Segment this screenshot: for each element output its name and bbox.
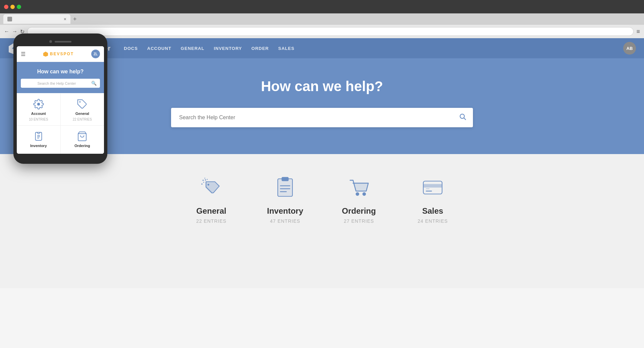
category-sales[interactable]: Sales 24 ENTRIES — [406, 174, 460, 224]
phone-cat-account-entries: 10 ENTRIES — [29, 118, 48, 121]
phone-cart-icon — [77, 131, 88, 142]
sales-category-name: Sales — [422, 206, 443, 216]
phone-notch — [17, 40, 104, 43]
svg-point-25 — [363, 192, 366, 196]
main-content: ☰ BEVSPOT ZL How can we help? Search the… — [0, 154, 644, 288]
tab-bar: × + — [0, 13, 644, 25]
general-category-name: General — [196, 206, 226, 216]
svg-point-5 — [79, 101, 81, 102]
close-window-button[interactable] — [4, 5, 8, 9]
svg-point-17 — [201, 184, 203, 185]
categories-row: General 22 ENTRIES Inventory 47 ENTRIES — [138, 174, 506, 224]
address-input[interactable] — [27, 27, 634, 36]
maximize-window-button[interactable] — [17, 5, 21, 9]
search-input[interactable] — [171, 108, 473, 127]
phone-user-avatar[interactable]: ZL — [91, 50, 100, 58]
minimize-window-button[interactable] — [10, 5, 15, 9]
category-general[interactable]: General 22 ENTRIES — [184, 174, 238, 224]
svg-point-13 — [203, 182, 204, 183]
tab-close-icon[interactable]: × — [64, 16, 66, 22]
browser-chrome — [0, 0, 644, 13]
phone-cat-general[interactable]: General 22 ENTRIES — [61, 93, 104, 125]
svg-rect-27 — [423, 184, 442, 188]
phone-gear-icon — [33, 99, 44, 110]
nav-link-sales[interactable]: SALES — [278, 46, 294, 51]
inventory-category-name: Inventory — [267, 206, 303, 216]
ordering-category-name: Ordering — [342, 206, 376, 216]
back-button[interactable]: ← — [4, 28, 9, 34]
nav-link-docs[interactable]: DOCS — [124, 46, 138, 51]
svg-rect-20 — [282, 177, 289, 181]
new-tab-button[interactable]: + — [73, 16, 77, 23]
inventory-category-entries: 47 ENTRIES — [270, 218, 300, 224]
svg-point-24 — [356, 192, 359, 196]
ordering-category-entries: 27 ENTRIES — [344, 218, 374, 224]
sales-category-entries: 24 ENTRIES — [418, 218, 448, 224]
svg-point-16 — [204, 178, 205, 179]
svg-point-12 — [205, 180, 206, 181]
nav-links: DOCS ACCOUNT GENERAL INVENTORY ORDER SAL… — [124, 46, 610, 51]
search-button[interactable] — [459, 113, 466, 122]
nav-link-order[interactable]: ORDER — [252, 46, 269, 51]
phone-speaker — [55, 41, 71, 43]
svg-point-11 — [208, 184, 209, 186]
search-container — [171, 108, 473, 127]
phone-search-placeholder: Search the Help Center — [24, 81, 89, 85]
svg-point-15 — [203, 180, 204, 181]
nav-link-inventory[interactable]: INVENTORY — [214, 46, 242, 51]
phone-cat-ordering[interactable]: Ordering — [61, 126, 104, 154]
phone-cat-inventory[interactable]: Inventory — [17, 126, 60, 154]
phone-dot — [49, 40, 52, 43]
phone-cat-account[interactable]: Account 10 ENTRIES — [17, 93, 60, 125]
sales-icon — [419, 174, 446, 201]
phone-cat-general-name: General — [75, 112, 89, 116]
phone-logo-text: BEVSPOT — [50, 52, 74, 56]
search-icon — [459, 113, 466, 120]
phone-search-bar[interactable]: Search the Help Center 🔍 — [21, 79, 100, 88]
svg-rect-18 — [278, 179, 292, 197]
phone-logo-icon — [43, 51, 48, 57]
phone-categories: Account 10 ENTRIES General 22 ENTRIES — [17, 93, 104, 154]
svg-marker-3 — [43, 52, 48, 57]
svg-line-2 — [464, 118, 466, 120]
phone-hero: How can we help? Search the Help Center … — [17, 62, 104, 93]
general-icon — [198, 174, 225, 201]
phone-menu-icon[interactable]: ☰ — [21, 51, 25, 57]
svg-point-4 — [37, 103, 40, 106]
user-avatar[interactable]: AB — [623, 42, 636, 55]
browser-menu-icon[interactable]: ≡ — [636, 28, 640, 35]
phone-cat-inventory-name: Inventory — [30, 144, 47, 148]
phone-tag-icon — [77, 99, 88, 110]
nav-link-general[interactable]: GENERAL — [181, 46, 205, 51]
phone-overlay: ☰ BEVSPOT ZL How can we help? Search the… — [13, 33, 107, 164]
phone-cat-ordering-name: Ordering — [74, 144, 90, 148]
phone-search-icon: 🔍 — [91, 81, 97, 86]
phone-screen: ☰ BEVSPOT ZL How can we help? Search the… — [17, 46, 104, 154]
phone-cat-account-name: Account — [31, 112, 46, 116]
phone-logo: BEVSPOT — [43, 51, 74, 57]
phone-cat-general-entries: 22 ENTRIES — [73, 118, 92, 121]
ordering-icon — [345, 174, 372, 201]
tab-favicon — [7, 17, 12, 21]
nav-link-account[interactable]: ACCOUNT — [147, 46, 171, 51]
browser-tab[interactable]: × — [3, 14, 70, 24]
browser-window-controls — [4, 5, 21, 9]
category-ordering[interactable]: Ordering 27 ENTRIES — [332, 174, 386, 224]
forward-button[interactable]: → — [12, 28, 17, 34]
general-category-entries: 22 ENTRIES — [196, 218, 226, 224]
phone-top-bar: ☰ BEVSPOT ZL — [17, 46, 104, 62]
phone-hero-title: How can we help? — [21, 69, 100, 75]
svg-point-14 — [207, 179, 208, 180]
category-inventory[interactable]: Inventory 47 ENTRIES — [258, 174, 312, 224]
inventory-icon — [272, 174, 299, 201]
phone-clipboard-icon — [33, 131, 44, 142]
